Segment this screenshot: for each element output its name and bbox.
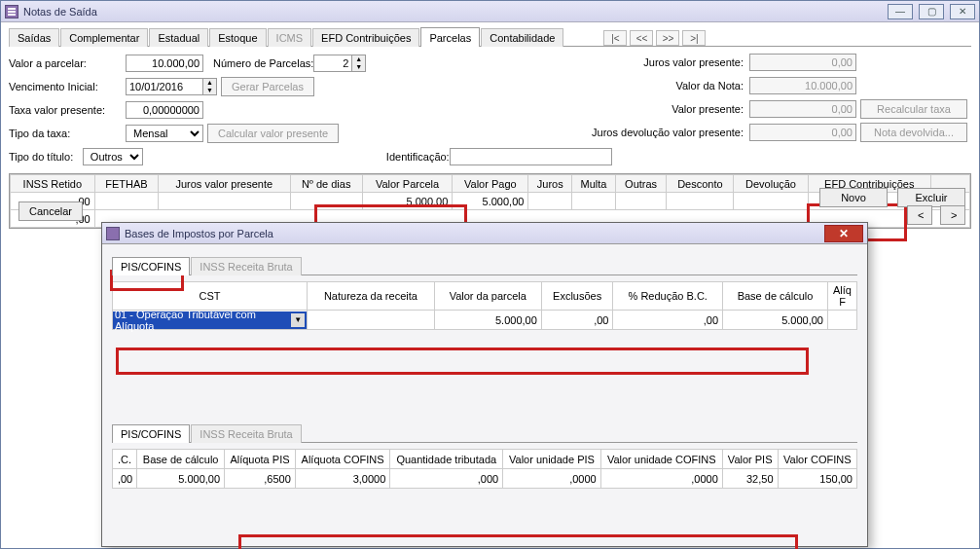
col-dev[interactable]: Devolução xyxy=(734,175,808,193)
app-icon xyxy=(5,5,18,18)
tab-complementar[interactable]: Complementar xyxy=(60,28,148,47)
juros-dev-label: Juros devolução valor presente: xyxy=(579,127,749,138)
tipo-taxa-select[interactable]: Mensal xyxy=(126,125,203,142)
novo-button[interactable]: Novo xyxy=(819,188,888,207)
col-jvp[interactable]: Juros valor presente xyxy=(159,175,291,193)
subtab-piscofins[interactable]: PIS/COFINS xyxy=(112,257,190,275)
tab-estadual[interactable]: Estadual xyxy=(149,28,208,47)
subtab2-inss: INSS Receita Bruta xyxy=(191,424,301,443)
taxa-input[interactable] xyxy=(126,101,203,119)
dialog-title: Bases de Impostos por Parcela xyxy=(125,228,824,239)
col-desc[interactable]: Desconto xyxy=(667,175,734,193)
tipo-titulo-select[interactable]: Outros xyxy=(83,148,143,165)
col-juros[interactable]: Juros xyxy=(528,175,572,193)
venc-inicial-input[interactable] xyxy=(126,78,203,95)
col-multa[interactable]: Multa xyxy=(572,175,616,193)
col-inss[interactable]: INSS Retido xyxy=(11,175,95,193)
page-next-button[interactable]: > xyxy=(940,205,965,225)
col-outras[interactable]: Outras xyxy=(615,175,666,193)
dialog-icon xyxy=(106,227,120,240)
valor-a-parcelar-input[interactable] xyxy=(126,55,203,72)
venc-inicial-label: Vencimento Inicial: xyxy=(9,81,126,92)
maximize-button[interactable]: ▢ xyxy=(919,4,944,19)
taxa-label: Taxa valor presente: xyxy=(9,104,126,116)
subtab-inss: INSS Receita Bruta xyxy=(191,257,301,275)
titlebar: Notas de Saída — ▢ ✕ xyxy=(1,1,979,22)
excluir-button[interactable]: Excluir xyxy=(897,188,965,207)
main-tabs: Saídas Complementar Estadual Estoque ICM… xyxy=(9,26,971,47)
nav-last-button[interactable]: >| xyxy=(682,30,706,46)
nav-prev-button[interactable]: << xyxy=(630,30,653,46)
grid2-row[interactable]: ,00 5.000,00 ,6500 3,0000 ,000 ,0000 ,00… xyxy=(113,469,857,489)
vp-label: Valor presente: xyxy=(579,103,749,115)
valor-a-parcelar-label: Valor a parcelar: xyxy=(9,57,126,69)
col-vparc[interactable]: Valor Parcela xyxy=(362,175,453,193)
recalc-button: Recalcular taxa xyxy=(860,99,967,119)
gerar-parcelas-button: Gerar Parcelas xyxy=(221,77,314,96)
tipo-taxa-label: Tipo da taxa: xyxy=(9,128,126,139)
close-button[interactable]: ✕ xyxy=(950,4,975,19)
window-title: Notas de Saída xyxy=(23,6,888,18)
page-prev-button[interactable]: < xyxy=(907,205,932,225)
juros-vp-label: Juros valor presente: xyxy=(579,56,749,68)
vp-field xyxy=(749,100,856,118)
col-vpago[interactable]: Valor Pago xyxy=(453,175,528,193)
col-dias[interactable]: Nº de dias xyxy=(290,175,362,193)
tab-parcelas[interactable]: Parcelas xyxy=(420,27,480,47)
num-parcelas-label: Número de Parcelas: xyxy=(213,57,313,69)
nav-next-button[interactable]: >> xyxy=(656,30,679,46)
subtab2-piscofins[interactable]: PIS/COFINS xyxy=(112,424,190,443)
highlight-aliquotas xyxy=(238,534,798,549)
identificacao-label: Identificação: xyxy=(386,151,450,163)
tab-saidas[interactable]: Saídas xyxy=(9,28,59,47)
tipo-titulo-label: Tipo do título: xyxy=(9,151,83,163)
col-fethab[interactable]: FETHAB xyxy=(94,175,158,193)
cst-select[interactable]: 01 - Operação Tributável com Alíquota ▼ xyxy=(113,311,307,329)
tab-contabilidade[interactable]: Contabilidade xyxy=(481,28,563,47)
tab-icms: ICMS xyxy=(268,28,312,47)
chevron-down-icon[interactable]: ▼ xyxy=(291,313,305,327)
calc-vp-button: Calcular valor presente xyxy=(207,124,339,143)
minimize-button[interactable]: — xyxy=(888,4,913,19)
tab-efd[interactable]: EFD Contribuições xyxy=(312,28,419,47)
num-parcelas-input[interactable] xyxy=(313,55,352,72)
piscofins-grid-2: .C. Base de cálculo Alíquota PIS Alíquot… xyxy=(112,449,857,489)
juros-dev-field xyxy=(749,124,856,141)
juros-vp-field xyxy=(749,54,856,71)
nav-first-button[interactable]: |< xyxy=(603,30,627,46)
identificacao-input[interactable] xyxy=(450,148,612,165)
grid1-row[interactable]: 01 - Operação Tributável com Alíquota ▼ … xyxy=(113,311,857,330)
bases-dialog: Bases de Impostos por Parcela ✕ PIS/COFI… xyxy=(101,222,868,547)
num-parcelas-spinner[interactable]: ▲▼ xyxy=(352,55,366,72)
dialog-titlebar: Bases de Impostos por Parcela ✕ xyxy=(102,223,867,244)
valor-nota-field xyxy=(749,77,856,94)
dialog-close-button[interactable]: ✕ xyxy=(824,225,863,242)
cancelar-button[interactable]: Cancelar xyxy=(18,201,83,221)
venc-inicial-spinner[interactable]: ▲▼ xyxy=(203,78,217,95)
nota-dev-button: Nota devolvida... xyxy=(860,123,967,142)
piscofins-grid-1: CST Natureza da receita Valor da parcela… xyxy=(112,281,857,330)
valor-nota-label: Valor da Nota: xyxy=(579,80,749,92)
tab-estoque[interactable]: Estoque xyxy=(209,28,266,47)
